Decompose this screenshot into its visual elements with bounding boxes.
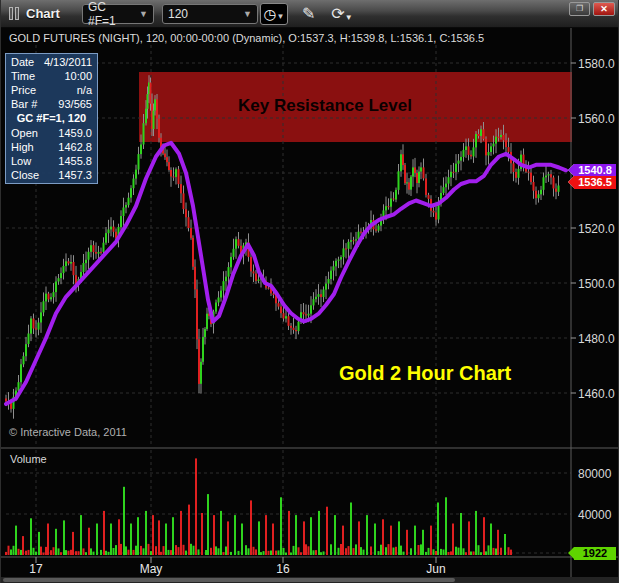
row-value: 1455.8 xyxy=(58,154,92,168)
price-tick-label: 1520.0 xyxy=(578,222,615,236)
row-value: 1457.3 xyxy=(58,168,92,182)
data-window-row: Pricen/a xyxy=(6,83,97,97)
gold-chart-label: Gold 2 Hour Chart xyxy=(339,362,511,385)
row-value: n/a xyxy=(77,83,92,97)
time-axis-label: May xyxy=(140,562,163,576)
resistance-label: Key Resistance Level xyxy=(238,96,412,116)
time-axis-label: Jun xyxy=(426,562,445,576)
row-label: Open xyxy=(11,126,38,140)
row-label: High xyxy=(11,140,34,154)
row-value: 1462.8 xyxy=(58,140,92,154)
price-tick-label: 1460.0 xyxy=(578,387,615,401)
row-label: Time xyxy=(11,69,35,83)
volume-tag: 1922 xyxy=(574,547,616,560)
data-window-row: Open1459.0 xyxy=(6,126,97,140)
horizontal-scrollbar[interactable] xyxy=(1,577,619,583)
price-tick-label: 1480.0 xyxy=(578,332,615,346)
data-window-row: Low1455.8 xyxy=(6,154,97,168)
time-axis-label: 16 xyxy=(276,562,289,576)
price-tick-label: 1500.0 xyxy=(578,277,615,291)
row-value: 10:00 xyxy=(64,69,92,83)
data-window-row: Close1457.3 xyxy=(6,168,97,182)
volume-panel-label: Volume xyxy=(10,453,47,465)
volume-tick-label: 40000 xyxy=(578,508,611,522)
row-label: Date xyxy=(11,55,34,69)
data-window-row: High1462.8 xyxy=(6,140,97,154)
time-axis-label: 17 xyxy=(29,562,42,576)
row-label: Bar # xyxy=(11,97,37,111)
row-value: 4/13/2011 xyxy=(44,55,92,69)
chart-window: Chart GC #F=1 ▼ 120 ▼ ◷ ▼ ✎ ⟳ ▼ ❐ ✕ GOLD… xyxy=(0,0,619,583)
row-label: Price xyxy=(11,83,36,97)
price-tick-label: 1560.0 xyxy=(578,112,615,126)
data-window-row: Bar #93/565 xyxy=(6,97,97,111)
data-window: Date4/13/2011Time10:00Pricen/aBar #93/56… xyxy=(5,53,98,184)
data-window-row: Time10:00 xyxy=(6,69,97,83)
row-label: Close xyxy=(11,168,39,182)
price-tag-last-price: 1536.5 xyxy=(574,176,616,189)
row-label: Low xyxy=(11,154,31,168)
price-tick-label: 1580.0 xyxy=(578,57,615,71)
row-value: 1459.0 xyxy=(58,126,92,140)
volume-tick-label: 80000 xyxy=(578,467,611,481)
row-value: 93/565 xyxy=(58,97,92,111)
copyright-label: © Interactive Data, 2011 xyxy=(9,426,127,438)
data-window-row: Date4/13/2011 xyxy=(6,55,97,69)
chart-title: GOLD FUTURES (NIGHT), 120, 00:00-00:00 (… xyxy=(9,32,484,44)
scrollbar-thumb[interactable] xyxy=(3,578,455,582)
data-window-header: GC #F=1, 120 xyxy=(6,111,97,126)
